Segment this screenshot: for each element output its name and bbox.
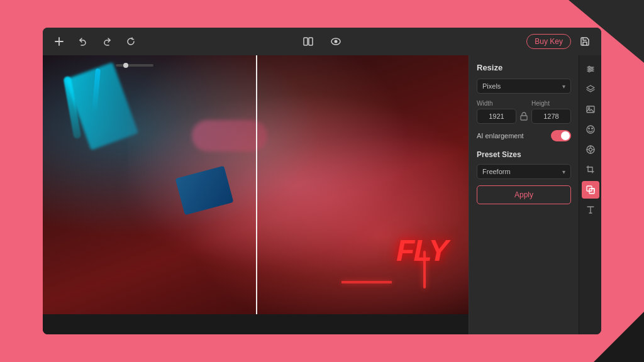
resize-panel-content: Resize Pixels ▾ Width <box>469 55 579 334</box>
svg-rect-7 <box>521 116 527 120</box>
dimensions-row: Width Height <box>477 100 571 124</box>
adjustments-tool-button[interactable] <box>582 60 599 78</box>
svg-point-14 <box>588 128 589 129</box>
svg-point-12 <box>588 107 589 109</box>
preset-dropdown-arrow-icon: ▾ <box>562 168 565 175</box>
unit-dropdown-arrow-icon: ▾ <box>562 83 565 90</box>
preset-dropdown-label: Freeform <box>482 168 511 175</box>
ai-enlargement-row: AI enlargement <box>477 130 571 141</box>
add-button[interactable] <box>50 33 68 50</box>
gallery-tool-button[interactable] <box>582 101 599 118</box>
main-content: FLY 1:1 − <box>43 55 601 334</box>
svg-point-3 <box>335 40 338 43</box>
zoom-slider[interactable] <box>116 64 153 67</box>
svg-point-9 <box>591 69 592 70</box>
ai-enlargement-label: AI enlargement <box>477 132 524 140</box>
neon-vertical-1 <box>423 251 426 288</box>
emoji-tool-button[interactable] <box>582 121 599 138</box>
neon-horizontal-1 <box>341 281 392 283</box>
canvas-image: FLY <box>43 55 469 314</box>
svg-point-15 <box>591 128 592 129</box>
neon-fly-text: FLY <box>396 233 447 268</box>
text-tool-button[interactable] <box>582 201 599 219</box>
undo-button[interactable] <box>74 33 92 50</box>
height-input[interactable] <box>531 109 571 124</box>
side-tools-strip <box>579 55 601 334</box>
svg-point-10 <box>588 70 590 72</box>
preview-button[interactable] <box>327 33 345 50</box>
crop-tool-button[interactable] <box>582 161 599 178</box>
filter-tool-button[interactable] <box>582 141 599 158</box>
width-label: Width <box>477 100 516 107</box>
height-label: Height <box>531 100 571 107</box>
width-input[interactable] <box>477 109 516 124</box>
toolbar-left <box>50 33 524 50</box>
resize-panel: Resize Pixels ▾ Width <box>469 55 579 334</box>
svg-point-8 <box>588 67 590 69</box>
apply-button[interactable]: Apply <box>477 185 571 204</box>
bg-decoration-bottom <box>594 312 644 362</box>
height-group: Height <box>531 100 571 124</box>
preset-sizes-title: Preset Sizes <box>477 150 571 159</box>
canvas-area: FLY 1:1 − <box>43 55 469 334</box>
svg-rect-1 <box>309 38 313 45</box>
toolbar: Buy Key <box>43 28 601 55</box>
compare-button[interactable] <box>299 33 317 50</box>
panel-title: Resize <box>477 63 571 72</box>
redo-button[interactable] <box>98 33 116 50</box>
preset-dropdown[interactable]: Freeform ▾ <box>477 164 571 179</box>
svg-rect-19 <box>589 189 594 194</box>
refresh-button[interactable] <box>122 33 140 50</box>
lock-icon[interactable] <box>520 112 528 121</box>
app-window: Buy Key <box>43 28 601 334</box>
toolbar-right: Buy Key <box>526 33 594 50</box>
width-group: Width <box>477 100 516 124</box>
svg-point-17 <box>589 148 592 151</box>
resize-tool-button[interactable] <box>582 181 599 199</box>
layers-tool-button[interactable] <box>582 80 599 98</box>
svg-rect-0 <box>304 38 308 45</box>
ai-enlargement-toggle[interactable] <box>551 130 571 141</box>
buy-key-button[interactable]: Buy Key <box>526 34 571 49</box>
toggle-knob <box>561 131 570 140</box>
canvas-split-line <box>256 55 257 314</box>
unit-form-group: Pixels ▾ <box>477 79 571 94</box>
save-button[interactable] <box>576 33 594 50</box>
unit-dropdown-label: Pixels <box>482 82 501 90</box>
unit-dropdown[interactable]: Pixels ▾ <box>477 79 571 94</box>
